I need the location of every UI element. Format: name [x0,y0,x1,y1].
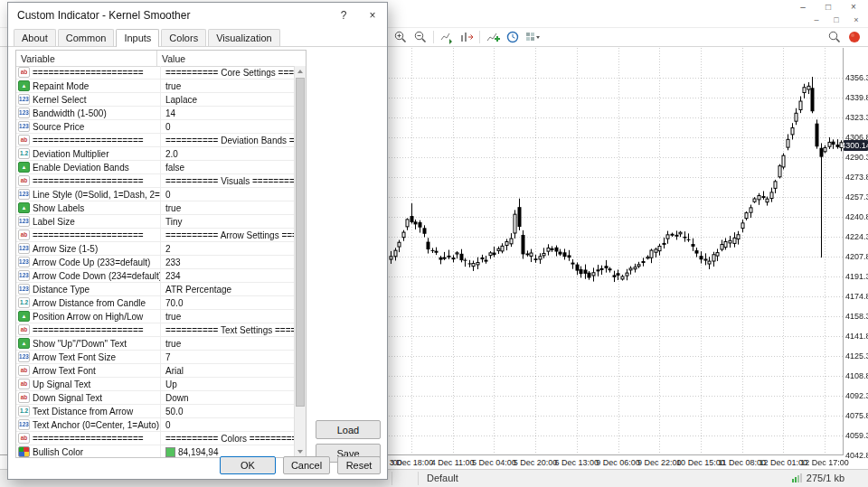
tab-visualization[interactable]: Visualization [208,29,280,46]
notifications-icon[interactable] [844,29,864,45]
param-value[interactable]: 84,194,94 [161,447,295,457]
candlestick-chart[interactable] [389,48,844,454]
param-value[interactable]: true [161,312,295,322]
param-row[interactable]: 123Label SizeTiny [16,215,295,229]
param-row[interactable]: ▲Show "Up"/"Down" Texttrue [16,337,295,351]
param-row[interactable]: ▲Position Arrow on High/Lowtrue [16,310,295,323]
param-value[interactable]: ========== Arrow Settings ========== [161,230,295,240]
price-tick-label: 4240.80 [845,212,868,221]
param-value[interactable]: true [161,203,295,213]
reset-button[interactable]: Reset [337,456,381,474]
param-row[interactable]: 1.2Text Distance from Arrow50.0 [16,405,295,418]
param-row[interactable]: 1.2Deviation Multiplier2.0 [16,147,295,161]
param-row[interactable]: 123Arrow Code Down (234=default)234 [16,269,295,283]
time-tick-label: 12 Dec 17:00 [800,458,849,467]
param-row[interactable]: ab=============================== Deviat… [16,134,295,147]
param-row[interactable]: 123Arrow Text Font Size7 [16,351,295,364]
param-row[interactable]: abUp Signal TextUp [16,378,295,391]
tab-colors[interactable]: Colors [161,29,206,46]
param-row[interactable]: ▲Repaint Modetrue [16,80,295,93]
param-value[interactable]: ========== Core Settings ========== [161,68,295,78]
str-param-icon: ab [18,433,30,444]
cancel-button[interactable]: Cancel [283,456,330,474]
value-column-header[interactable]: Value [157,53,295,64]
param-value[interactable]: ========== Deviation Bands ========== [161,136,295,145]
param-value[interactable]: 2 [161,244,295,254]
param-value[interactable]: true [161,339,295,349]
chart-minimize-button[interactable]: – [807,14,826,25]
param-row[interactable]: 123Kernel SelectLaplace [16,93,295,107]
param-value[interactable]: ATR Percentage [161,285,295,295]
param-row[interactable]: 123Arrow Code Up (233=default)233 [16,256,295,269]
tab-common[interactable]: Common [58,29,115,46]
param-value[interactable]: 0 [161,122,295,132]
status-profile-label[interactable]: Default [427,473,458,483]
param-row[interactable]: ▲Enable Deviation Bandsfalse [16,161,295,174]
param-value[interactable]: 0 [161,420,295,430]
param-value[interactable]: 2.0 [161,149,295,159]
param-row[interactable]: ab=============================== Arrow … [16,229,295,242]
param-value[interactable]: Tiny [161,217,295,227]
app-maximize-button[interactable]: □ [816,0,841,14]
dialog-titlebar[interactable]: Custom Indicator - Kernel Smoother ? × [8,3,387,27]
param-row[interactable]: 123Text Anchor (0=Center, 1=Auto)0 [16,418,295,432]
indicators-icon[interactable] [483,29,503,45]
param-value[interactable]: 0 [161,190,295,200]
str-param-icon: ab [18,324,30,335]
scroll-up-icon[interactable] [295,66,306,77]
param-value[interactable]: 50.0 [161,407,295,417]
chart-shift-icon[interactable] [457,29,476,45]
param-row[interactable]: ab=============================== Text S… [16,323,295,337]
templates-icon[interactable] [523,29,542,45]
tab-about[interactable]: About [14,29,56,46]
table-scrollbar[interactable] [294,66,306,457]
param-value[interactable]: Laplace [161,95,295,105]
param-value[interactable]: Down [161,393,295,403]
int-param-icon: 123 [18,270,30,281]
param-row[interactable]: ab=============================== Core S… [16,66,295,80]
app-minimize-button[interactable]: – [790,0,816,14]
chart-close-button[interactable]: × [846,14,866,25]
price-tick-label: 4125.30 [845,351,868,361]
param-value[interactable]: true [161,81,295,91]
param-row[interactable]: 123Line Style (0=Solid, 1=Dash, 2=Dot)0 [16,188,295,201]
param-value[interactable]: 70.0 [161,298,295,308]
param-row[interactable]: 123Distance TypeATR Percentage [16,283,295,296]
auto-scroll-icon[interactable] [437,29,457,45]
param-row[interactable]: abDown Signal TextDown [16,391,295,405]
param-value[interactable]: Up [161,379,295,389]
int-param-icon: 123 [18,121,30,132]
chart-restore-button[interactable]: □ [826,14,846,25]
load-button[interactable]: Load [316,420,381,439]
param-row[interactable]: 123Source Price0 [16,120,295,134]
scrollbar-thumb[interactable] [296,78,305,407]
search-icon[interactable] [825,29,844,45]
param-value[interactable]: ========== Visuals ========== [161,176,295,186]
param-row[interactable]: 123Bandwidth (1-500)14 [16,107,295,120]
param-value[interactable]: ========== Text Settings ========== [161,325,295,335]
param-value[interactable]: 7 [161,352,295,362]
param-value[interactable]: Arial [161,366,295,376]
zoom-out-icon[interactable] [410,29,430,45]
zoom-in-icon[interactable] [391,29,410,45]
dbl-param-icon: 1.2 [18,297,30,308]
param-value[interactable]: 14 [161,108,295,118]
tab-inputs[interactable]: Inputs [116,29,159,47]
param-value[interactable]: false [161,163,295,173]
param-value[interactable]: 234 [161,271,295,281]
periods-icon[interactable] [503,29,523,45]
ok-button[interactable]: OK [220,456,276,474]
dialog-help-button[interactable]: ? [329,3,358,27]
param-row[interactable]: ab=============================== Colors… [16,432,295,445]
param-row[interactable]: abArrow Text FontArial [16,364,295,378]
param-row[interactable]: 123Arrow Size (1-5)2 [16,242,295,256]
app-close-button[interactable]: × [841,0,866,14]
param-row[interactable]: ▲Show Labelstrue [16,201,295,215]
dialog-close-button[interactable]: × [358,3,387,27]
param-value[interactable]: ========== Colors ========== [161,434,295,444]
param-row[interactable]: 1.2Arrow Distance from Candle70.0 [16,296,295,310]
param-value[interactable]: 233 [161,258,295,267]
param-row[interactable]: ab=============================== Visual… [16,174,295,188]
variable-column-header[interactable]: Variable [16,51,157,66]
price-scale[interactable]: 4300.14 4356.304339.804323.304306.804290… [843,48,868,470]
